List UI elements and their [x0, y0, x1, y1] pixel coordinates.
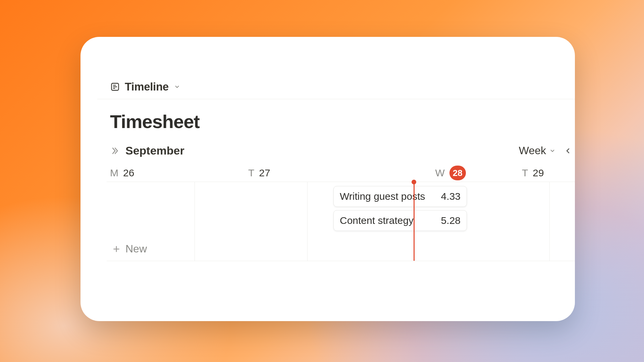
current-time-dot [412, 180, 416, 184]
current-time-line [414, 182, 415, 261]
today-badge: 28 [449, 166, 466, 180]
range-label: Week [519, 144, 546, 157]
grid-line [195, 182, 195, 261]
entry-value: 5.28 [441, 215, 461, 226]
entry-title: Content strategy [340, 215, 414, 226]
day-header-row: M 26 T 27 W 28 T 29 [110, 164, 575, 182]
divider [97, 99, 575, 99]
range-selector[interactable]: Week [519, 144, 556, 157]
day-number: 26 [123, 167, 134, 179]
page-title: Timesheet [110, 111, 200, 132]
prev-button[interactable] [564, 146, 572, 155]
view-switcher[interactable]: Timeline [110, 80, 181, 93]
chevron-down-icon [549, 147, 556, 155]
view-label: Timeline [125, 80, 169, 93]
day-header-today: W 28 [382, 164, 519, 182]
day-of-week: T [522, 167, 528, 179]
new-label: New [125, 243, 147, 255]
day-of-week: T [248, 167, 254, 179]
gradient-background: Timeline Timesheet September Week [0, 0, 644, 362]
grid-line [549, 182, 550, 261]
day-header: T 27 [248, 164, 382, 182]
new-entry-button[interactable]: New [112, 243, 147, 255]
day-of-week: M [110, 167, 118, 179]
timeline-icon [110, 82, 120, 92]
timeline-grid: Writing guest posts 4.33 Content strateg… [107, 182, 575, 261]
day-header: M 26 [110, 164, 248, 182]
day-of-week: W [435, 167, 444, 179]
grid-line [307, 182, 308, 261]
day-number: 29 [533, 167, 544, 179]
day-number: 27 [259, 167, 270, 179]
timeline-entry[interactable]: Content strategy 5.28 [333, 210, 467, 231]
month-label: September [125, 144, 184, 157]
entry-value: 4.33 [441, 191, 461, 202]
app-card: Timeline Timesheet September Week [80, 37, 575, 321]
month-nav-row: September Week [110, 144, 575, 157]
double-chevron-right-icon[interactable] [110, 146, 119, 156]
plus-icon [112, 245, 121, 253]
timeline-entry[interactable]: Writing guest posts 4.33 [333, 186, 467, 207]
entry-title: Writing guest posts [340, 191, 425, 202]
day-header: T 29 [519, 164, 575, 182]
chevron-down-icon [173, 83, 181, 90]
